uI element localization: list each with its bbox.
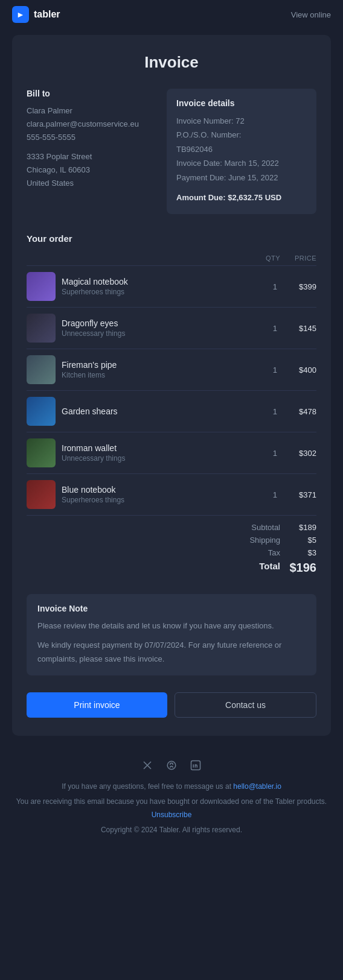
item-price: $478 xyxy=(283,407,316,416)
col-price: PRICE xyxy=(286,254,316,262)
item-qty: 1 xyxy=(259,324,277,333)
your-order-section: Your order QTY PRICE Magical notebook Su… xyxy=(27,233,316,575)
bill-to-email: clara.palmer@customservice.eu xyxy=(27,118,157,131)
shipping-value: $5 xyxy=(280,536,316,545)
view-online-link[interactable]: View online xyxy=(291,10,331,19)
item-info: Garden shears xyxy=(62,406,253,416)
item-qty: 1 xyxy=(259,365,277,375)
item-name: Magical notebook xyxy=(62,277,253,286)
item-price: $302 xyxy=(283,449,316,458)
invoice-details-heading: Invoice details xyxy=(176,98,307,108)
item-price: $399 xyxy=(283,282,316,291)
col-qty: QTY xyxy=(250,254,280,262)
order-header: QTY PRICE xyxy=(27,251,316,266)
item-price: $400 xyxy=(283,365,316,375)
payment-due: Payment Due: June 15, 2022 xyxy=(176,171,307,185)
order-item: Garden shears 1 $478 xyxy=(27,391,316,432)
item-qty: 1 xyxy=(259,282,277,291)
invoice-title: Invoice xyxy=(27,53,316,72)
logo-icon: ► xyxy=(12,6,29,23)
item-image xyxy=(27,438,56,467)
item-price: $145 xyxy=(283,324,316,333)
total-value: $196 xyxy=(280,561,316,575)
shipping-label: Shipping xyxy=(226,536,280,545)
tax-row: Tax $3 xyxy=(27,548,316,557)
footer: If you have any questions, feel free to … xyxy=(0,742,343,852)
social-icons xyxy=(12,759,331,772)
subtotal-row: Subtotal $189 xyxy=(27,523,316,532)
order-item: Ironman wallet Unnecessary things 1 $302 xyxy=(27,432,316,474)
top-section: Bill to Clara Palmer clara.palmer@custom… xyxy=(27,89,316,214)
item-info: Ironman wallet Unnecessary things xyxy=(62,443,253,463)
action-buttons: Print invoice Contact us xyxy=(27,692,316,718)
footer-email-link[interactable]: hello@tabler.io xyxy=(233,782,281,791)
github-icon[interactable] xyxy=(165,759,178,772)
unsubscribe-link[interactable]: Unsubscribe xyxy=(152,811,192,819)
subtotal-label: Subtotal xyxy=(226,523,280,532)
tax-label: Tax xyxy=(226,548,280,557)
total-label: Total xyxy=(226,561,280,575)
order-item: Magical notebook Superheroes things 1 $3… xyxy=(27,266,316,308)
contact-us-button[interactable]: Contact us xyxy=(175,692,316,718)
item-name: Dragonfly eyes xyxy=(62,318,253,328)
bill-to-phone: 555-555-5555 xyxy=(27,131,157,144)
top-nav: ► tabler View online xyxy=(0,0,343,29)
bill-to-address: 3333 Poplar Street Chicago, IL 60603 Uni… xyxy=(27,150,157,190)
invoice-details-section: Invoice details Invoice Number: 72 P.O./… xyxy=(167,89,316,214)
total-row: Total $196 xyxy=(27,561,316,575)
item-category: Kitchen items xyxy=(62,371,253,379)
item-category: Superheroes things xyxy=(62,288,253,296)
invoice-note-p2: We kindly request payment by 07/07/2024.… xyxy=(37,639,306,665)
po-value: TB962046 xyxy=(176,142,307,156)
twitter-icon[interactable] xyxy=(141,759,154,772)
shipping-row: Shipping $5 xyxy=(27,536,316,545)
amount-due: Amount Due: $2,632.75 USD xyxy=(176,191,307,204)
item-qty: 1 xyxy=(259,449,277,458)
totals-section: Subtotal $189 Shipping $5 Tax $3 Total $… xyxy=(27,523,316,575)
invoice-card: Invoice Bill to Clara Palmer clara.palme… xyxy=(12,35,331,736)
item-category: Superheroes things xyxy=(62,496,253,504)
tax-value: $3 xyxy=(280,548,316,557)
item-name: Fireman's pipe xyxy=(62,360,253,370)
invoice-number: Invoice Number: 72 xyxy=(176,114,307,128)
order-items-container: Magical notebook Superheroes things 1 $3… xyxy=(27,266,316,516)
address-line2: Chicago, IL 60603 xyxy=(27,163,157,177)
logo: ► tabler xyxy=(12,6,60,23)
item-qty: 1 xyxy=(259,490,277,499)
footer-receiving-text: You are receiving this email because you… xyxy=(12,795,331,821)
invoice-date: Invoice Date: March 15, 2022 xyxy=(176,156,307,170)
item-name: Garden shears xyxy=(62,406,253,416)
item-info: Blue notebook Superheroes things xyxy=(62,485,253,504)
order-item: Dragonfly eyes Unnecessary things 1 $145 xyxy=(27,308,316,349)
order-item: Blue notebook Superheroes things 1 $371 xyxy=(27,474,316,516)
item-image xyxy=(27,355,56,384)
item-image xyxy=(27,314,56,343)
linkedin-icon[interactable] xyxy=(189,759,202,772)
address-line3: United States xyxy=(27,177,157,190)
invoice-note-p1: Please review the details and let us kno… xyxy=(37,619,306,633)
item-image xyxy=(27,397,56,426)
your-order-heading: Your order xyxy=(27,233,316,244)
item-info: Dragonfly eyes Unnecessary things xyxy=(62,318,253,338)
item-name: Ironman wallet xyxy=(62,443,253,453)
item-info: Magical notebook Superheroes things xyxy=(62,277,253,296)
logo-text: tabler xyxy=(34,9,60,20)
print-invoice-button[interactable]: Print invoice xyxy=(27,692,167,718)
item-name: Blue notebook xyxy=(62,485,253,495)
order-item: Fireman's pipe Kitchen items 1 $400 xyxy=(27,349,316,391)
svg-point-0 xyxy=(167,761,176,770)
item-image xyxy=(27,272,56,301)
invoice-note-section: Invoice Note Please review the details a… xyxy=(27,594,316,675)
subtotal-value: $189 xyxy=(280,523,316,532)
item-price: $371 xyxy=(283,490,316,499)
bill-to-section: Bill to Clara Palmer clara.palmer@custom… xyxy=(27,89,157,214)
bill-to-heading: Bill to xyxy=(27,89,157,98)
invoice-note-heading: Invoice Note xyxy=(37,604,306,613)
item-info: Fireman's pipe Kitchen items xyxy=(62,360,253,379)
footer-contact-text: If you have any questions, feel free to … xyxy=(12,780,331,794)
item-category: Unnecessary things xyxy=(62,454,253,463)
po-label: P.O./S.O. Number: xyxy=(176,128,307,142)
bill-to-name: Clara Palmer xyxy=(27,104,157,118)
item-qty: 1 xyxy=(259,407,277,416)
item-image xyxy=(27,480,56,509)
